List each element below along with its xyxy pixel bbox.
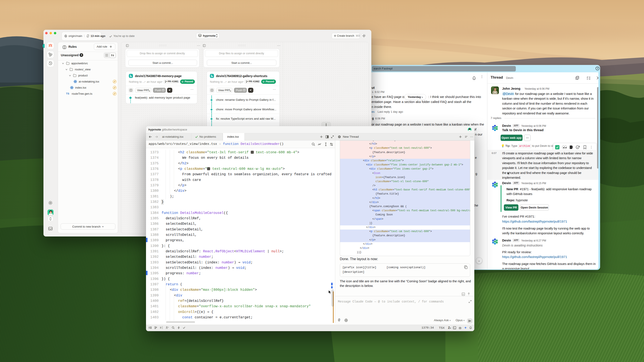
svg-text:MD: MD <box>462 294 464 295</box>
svg-text:?: ? <box>597 67 598 70</box>
